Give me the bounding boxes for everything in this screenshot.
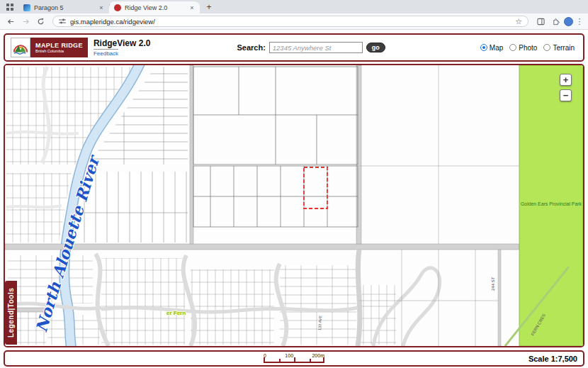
address-bar[interactable]: gis.mapleridge.ca/ridgeview/ ☆: [52, 16, 528, 27]
browser-tab-strip: Paragon 5 × Ridge View 2.0 × +: [0, 0, 588, 13]
back-icon[interactable]: [4, 15, 17, 28]
scale-ratio-label: Scale 1:7,500: [528, 355, 577, 363]
radio-photo-icon[interactable]: [509, 44, 516, 51]
search-input[interactable]: [269, 42, 363, 53]
place-label-fern: er Fern: [166, 310, 186, 316]
radio-terrain-label: Terrain: [553, 44, 575, 52]
forward-icon[interactable]: [19, 15, 32, 28]
street-label-244st: 244 ST: [491, 277, 495, 291]
bookmark-star-icon[interactable]: ☆: [515, 18, 522, 26]
side-panel-icon[interactable]: [534, 15, 547, 28]
page-title: RidgeView 2.0: [94, 38, 150, 48]
basemap-option-map[interactable]: Map: [480, 44, 503, 52]
search-go-button[interactable]: go: [366, 43, 385, 52]
ridgeview-favicon-icon: [114, 4, 121, 11]
basemap-option-photo[interactable]: Photo: [509, 44, 537, 52]
radio-photo-label: Photo: [519, 44, 537, 52]
radio-map-label: Map: [490, 44, 503, 52]
scale-tick-mark: [264, 357, 265, 362]
tab-label: Ridge View 2.0: [125, 4, 188, 11]
new-tab-button[interactable]: +: [203, 1, 215, 13]
scale-tick-mark: [279, 359, 281, 362]
park-label: Golden Ears Provincial Park: [521, 201, 582, 206]
map-container: North Alouette River Golden Ears Provinc…: [4, 64, 584, 347]
reload-icon[interactable]: [34, 15, 47, 28]
search-block: Search: go: [237, 42, 385, 53]
basemap-option-terrain[interactable]: Terrain: [543, 44, 575, 52]
logo-title: MAPLE RIDGE: [35, 42, 83, 49]
scale-rule: [264, 359, 324, 363]
scale-tick-100: 100: [285, 353, 293, 359]
scale-tick-mark: [310, 359, 311, 362]
zoom-controls: + −: [560, 74, 572, 101]
scale-tick-mark: [294, 357, 295, 362]
radio-terrain-icon[interactable]: [543, 44, 550, 51]
grid-icon: [6, 4, 13, 11]
browser-toolbar: gis.mapleridge.ca/ridgeview/ ☆ ⋮: [0, 13, 588, 30]
street-label-133ave: 133 AVE: [317, 315, 322, 330]
extensions-puzzle-icon[interactable]: [549, 15, 562, 28]
site-settings-icon[interactable]: [59, 18, 66, 25]
tab-label: Paragon 5: [34, 4, 97, 11]
legend-tools-tab[interactable]: Legend|Tools: [5, 281, 17, 345]
status-bar: 0 100 200m Scale 1:7,500: [4, 350, 584, 367]
logo-subtitle: British Columbia: [35, 49, 83, 53]
profile-avatar[interactable]: [564, 17, 573, 26]
search-label: Search:: [237, 43, 265, 52]
basemap-switcher: Map Photo Terrain: [480, 44, 575, 52]
app-header: MAPLE RIDGE British Columbia RidgeView 2…: [4, 33, 584, 62]
radio-map-icon[interactable]: [480, 44, 487, 51]
url-text: gis.mapleridge.ca/ridgeview/: [70, 18, 155, 26]
scale-tick-mark: [323, 357, 324, 362]
zoom-out-button[interactable]: −: [560, 89, 572, 101]
paragon-favicon-icon: [23, 4, 30, 11]
maple-ridge-wordmark: MAPLE RIDGE British Columbia: [30, 38, 88, 57]
map-canvas[interactable]: North Alouette River Golden Ears Provinc…: [5, 65, 583, 346]
feedback-link[interactable]: Feedback: [94, 49, 118, 57]
app-title-block: RidgeView 2.0 Feedback: [94, 38, 150, 57]
zoom-in-button[interactable]: +: [560, 74, 572, 86]
apps-grid-icon[interactable]: [4, 1, 16, 13]
browser-tab-paragon[interactable]: Paragon 5 ×: [18, 1, 109, 13]
browser-window: Paragon 5 × Ridge View 2.0 × + gis.maple…: [0, 0, 588, 368]
tab-close-icon[interactable]: ×: [97, 4, 106, 11]
maple-ridge-logo: MAPLE RIDGE British Columbia: [11, 38, 88, 57]
maple-ridge-emblem-icon: [11, 38, 30, 57]
browser-tab-ridgeview[interactable]: Ridge View 2.0 ×: [109, 1, 200, 13]
browser-menu-icon[interactable]: ⋮: [575, 17, 584, 26]
scale-bar: 0 100 200m: [264, 353, 324, 363]
tab-close-icon[interactable]: ×: [188, 4, 196, 11]
